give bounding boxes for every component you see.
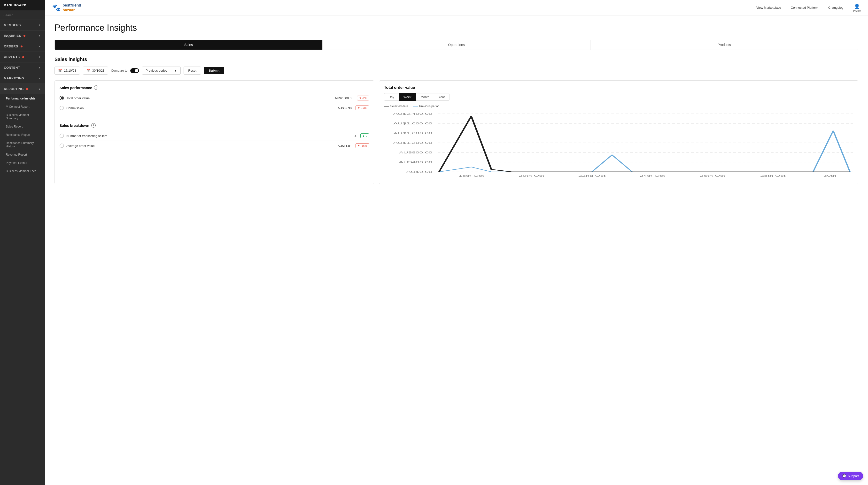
sidebar-item-members[interactable]: MEMBERS ▼	[0, 20, 45, 31]
svg-text:AU$800.00: AU$800.00	[399, 151, 432, 154]
total-order-value-label: Total order value	[66, 96, 332, 100]
profile-label: Profile	[853, 9, 861, 12]
sidebar-item-remittance-summary-history[interactable]: Remittance Summary History	[0, 139, 45, 151]
svg-text:AU$1,200.00: AU$1,200.00	[393, 141, 432, 144]
tab-sales[interactable]: Sales	[55, 40, 322, 50]
chevron-up-icon: ▲	[38, 88, 41, 90]
radio-commission[interactable]	[60, 106, 64, 110]
topbar: 🐾 bestfriend bazaar View Marketplace Con…	[45, 0, 868, 15]
paw-icon: 🐾	[52, 4, 61, 11]
average-order-value-label: Average order value	[66, 144, 335, 148]
sidebar-item-revenue-report[interactable]: Revenue Report	[0, 151, 45, 159]
arrow-down-icon: ▼	[359, 97, 362, 99]
svg-text:30th: 30th	[823, 174, 836, 177]
logo-bestfriend: bestfriend	[62, 3, 81, 7]
sidebar-item-sales-report[interactable]: Sales Report	[0, 123, 45, 131]
submit-button[interactable]: Submit	[204, 67, 224, 74]
inquiries-badge	[24, 35, 25, 37]
sidebar-item-adverts-label: ADVERTS	[4, 55, 20, 59]
chart-title: Total order value	[384, 86, 853, 90]
period-btn-week[interactable]: Week	[399, 93, 416, 101]
reset-button[interactable]: Reset	[184, 67, 201, 74]
filters-row: 📅 17/10/23 📅 30/10/23 Compare to Previou…	[55, 67, 858, 74]
sidebar-item-business-member-fees[interactable]: Business Member Fees	[0, 167, 45, 175]
sidebar-item-adverts[interactable]: ADVERTS ▼	[0, 52, 45, 62]
svg-text:26th Oct: 26th Oct	[700, 174, 725, 177]
legend-selected-date-label: Selected date	[391, 104, 408, 108]
selected-date-line	[439, 116, 850, 172]
transacting-sellers-label: Number of transacting sellers	[66, 134, 352, 138]
sidebar-item-inquiries-label: INQUIRIES	[4, 34, 21, 37]
profile-button[interactable]: 👤 Profile	[853, 3, 861, 12]
sidebar-item-payment-events[interactable]: Payment Events	[0, 159, 45, 167]
profile-icon: 👤	[854, 3, 860, 9]
topbar-nav: View Marketplace Connected Platform Chan…	[756, 6, 843, 9]
svg-text:AU$1,600.00: AU$1,600.00	[393, 132, 432, 135]
adverts-badge	[22, 56, 24, 58]
radio-total-order-value[interactable]	[60, 96, 64, 100]
period-btn-month[interactable]: Month	[416, 93, 434, 101]
chart-period-buttons: Day Week Month Year	[384, 93, 853, 101]
legend-line-blue	[413, 106, 418, 106]
chevron-down-icon: ▼	[38, 77, 41, 79]
tab-operations[interactable]: Operations	[322, 40, 590, 50]
sidebar-item-reporting[interactable]: REPORTING ▲	[0, 84, 45, 94]
sidebar-item-content[interactable]: CONTENT ▼	[0, 62, 45, 73]
sidebar-item-performance-insights[interactable]: Performance Insights	[0, 94, 45, 103]
svg-text:18th Oct: 18th Oct	[459, 174, 484, 177]
sidebar-item-m-connect-report[interactable]: M Connect Report	[0, 103, 45, 111]
legend-previous-period-label: Previous period	[419, 104, 439, 108]
sidebar-header: DASHBOARD	[0, 0, 45, 10]
period-btn-day[interactable]: Day	[384, 93, 399, 101]
commission-badge: ▼ -53%	[355, 105, 369, 110]
metric-commission: Commission AU$52.98 ▼ -53%	[60, 103, 369, 113]
svg-text:AU$400.00: AU$400.00	[399, 161, 432, 164]
sales-performance-info-icon[interactable]: i	[94, 86, 98, 90]
radio-transacting-sellers[interactable]	[60, 134, 64, 138]
previous-period-line	[439, 131, 850, 172]
view-marketplace-link[interactable]: View Marketplace	[756, 6, 781, 9]
transacting-sellers-value: 4	[354, 134, 356, 138]
sidebar-item-marketing[interactable]: MARKETING ▼	[0, 73, 45, 84]
sidebar-item-remittance-report[interactable]: Remittance Report	[0, 131, 45, 139]
total-order-value-amount: AU$2,608.65	[335, 96, 353, 100]
search-input[interactable]	[3, 13, 41, 17]
tab-products[interactable]: Products	[590, 40, 858, 50]
svg-text:AU$2,000.00: AU$2,000.00	[393, 122, 432, 125]
chevron-down-icon: ▼	[38, 56, 41, 58]
svg-text:20th Oct: 20th Oct	[519, 174, 544, 177]
arrow-down-icon: ▼	[358, 106, 360, 109]
period-select[interactable]: Previous period ▼	[142, 67, 181, 74]
right-panel: Total order value Day Week Month Year Se…	[379, 80, 858, 184]
average-order-value-badge: ▼ -65%	[355, 143, 369, 148]
connected-platform-link[interactable]: Connected Platform	[791, 6, 818, 9]
sales-breakdown-info-icon[interactable]: i	[91, 123, 96, 128]
sidebar-item-orders[interactable]: ORDERS ▼	[0, 41, 45, 52]
period-btn-year[interactable]: Year	[434, 93, 450, 101]
legend-previous-period: Previous period	[413, 104, 439, 108]
sidebar-item-inquiries[interactable]: INQUIRIES ▼	[0, 31, 45, 41]
date-from-button[interactable]: 📅 17/10/23	[55, 67, 80, 74]
metric-transacting-sellers: Number of transacting sellers 4 ▲ 0	[60, 131, 369, 141]
changelog-link[interactable]: Changelog	[828, 6, 843, 9]
support-button[interactable]: 💬 Support	[838, 472, 863, 480]
svg-text:24th Oct: 24th Oct	[640, 174, 665, 177]
sidebar-item-business-member-summary[interactable]: Business Member Summary	[0, 111, 45, 123]
commission-amount: AU$52.98	[338, 106, 352, 110]
calendar-icon: 📅	[87, 69, 90, 72]
legend-selected-date: Selected date	[384, 104, 408, 108]
svg-text:AU$0.00: AU$0.00	[406, 171, 432, 173]
chevron-down-icon: ▼	[38, 45, 41, 48]
page-title: Performance Insights	[55, 23, 858, 33]
sidebar-search-container[interactable]	[0, 10, 45, 20]
chevron-down-icon: ▼	[174, 69, 177, 72]
radio-average-order-value[interactable]	[60, 143, 64, 148]
compare-toggle[interactable]	[130, 68, 139, 73]
arrow-down-icon: ▼	[358, 144, 360, 147]
arrow-up-icon: ▲	[362, 134, 365, 137]
logo: 🐾 bestfriend bazaar	[52, 3, 756, 12]
chevron-down-icon: ▼	[38, 34, 41, 37]
chart-svg: AU$2,400.00 AU$2,000.00 AU$1,600.00 AU$1…	[384, 111, 853, 179]
page-content: Performance Insights Sales Operations Pr…	[45, 15, 868, 485]
date-to-button[interactable]: 📅 30/10/23	[83, 67, 108, 74]
